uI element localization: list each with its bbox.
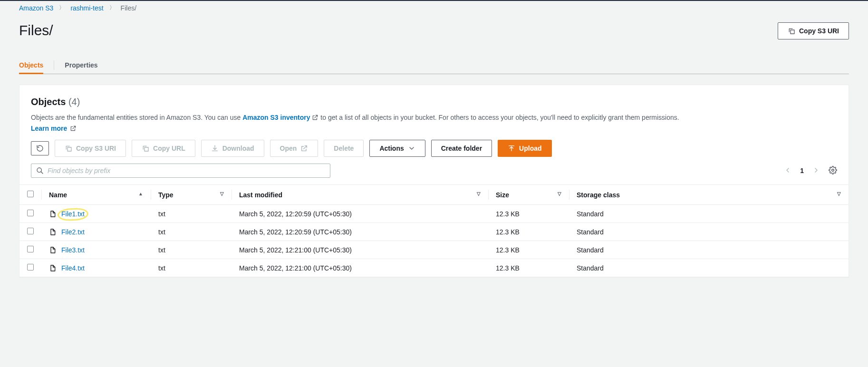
- object-name-link[interactable]: File2.txt: [61, 228, 85, 236]
- object-modified: March 5, 2022, 12:20:59 (UTC+05:30): [231, 223, 488, 241]
- table-row: File1.txttxtMarch 5, 2022, 12:20:59 (UTC…: [19, 205, 849, 223]
- create-folder-button[interactable]: Create folder: [431, 140, 492, 157]
- object-storage: Standard: [569, 205, 849, 223]
- chevron-right-icon: [812, 166, 820, 174]
- copy-s3-uri-label: Copy S3 URI: [799, 26, 839, 36]
- chevron-left-icon: [784, 166, 791, 174]
- objects-table: Name▲ Type▽ Last modified▽ Size▽ Storage…: [19, 184, 849, 277]
- external-link-icon: [312, 114, 318, 121]
- object-storage: Standard: [569, 259, 849, 277]
- sort-icon: ▽: [558, 191, 561, 196]
- object-count: (4): [68, 97, 80, 107]
- column-last-modified[interactable]: Last modified▽: [231, 185, 488, 205]
- row-checkbox[interactable]: [27, 264, 34, 270]
- search-input[interactable]: [48, 167, 325, 174]
- svg-line-4: [41, 172, 43, 174]
- table-row: File3.txttxtMarch 5, 2022, 12:21:00 (UTC…: [19, 241, 849, 259]
- svg-rect-1: [68, 147, 71, 151]
- gear-icon: [829, 166, 837, 174]
- toolbar: Copy S3 URI Copy URL Download Open Delet…: [31, 140, 837, 157]
- inventory-link[interactable]: Amazon S3 inventory: [242, 114, 318, 121]
- object-type: txt: [151, 259, 231, 277]
- search-input-wrapper[interactable]: [31, 164, 330, 178]
- chevron-right-icon: 〉: [109, 4, 115, 12]
- page-title: Files/: [19, 22, 53, 39]
- refresh-icon: [36, 145, 44, 152]
- upload-icon: [508, 145, 515, 152]
- search-icon: [36, 167, 44, 174]
- object-storage: Standard: [569, 241, 849, 259]
- actions-dropdown[interactable]: Actions: [369, 140, 425, 157]
- file-icon: [49, 264, 57, 272]
- breadcrumb-item[interactable]: rashmi-test: [70, 4, 103, 12]
- object-size: 12.3 KB: [488, 205, 569, 223]
- external-link-icon: [70, 125, 77, 132]
- sort-icon: ▽: [477, 191, 481, 196]
- prev-page-button[interactable]: [784, 166, 791, 175]
- table-row: File2.txttxtMarch 5, 2022, 12:20:59 (UTC…: [19, 223, 849, 241]
- tab-properties[interactable]: Properties: [65, 57, 97, 74]
- chevron-right-icon: 〉: [59, 4, 65, 12]
- pagination: 1: [784, 166, 837, 176]
- object-type: txt: [151, 205, 231, 223]
- refresh-button[interactable]: [31, 141, 49, 155]
- copy-s3-uri-toolbar-button[interactable]: Copy S3 URI: [55, 140, 126, 157]
- copy-icon: [65, 145, 72, 152]
- tab-objects[interactable]: Objects: [19, 57, 43, 74]
- object-size: 12.3 KB: [488, 223, 569, 241]
- learn-more-link[interactable]: Learn more: [31, 125, 77, 132]
- svg-rect-2: [145, 147, 148, 151]
- column-size[interactable]: Size▽: [488, 185, 569, 205]
- file-icon: [49, 246, 57, 254]
- panel-description: Objects are the fundamental entities sto…: [31, 112, 837, 123]
- row-checkbox[interactable]: [27, 210, 34, 216]
- page-number: 1: [800, 167, 804, 174]
- panel-heading: Objects (4): [31, 97, 837, 107]
- object-name-link[interactable]: File1.txt: [61, 210, 85, 218]
- caret-down-icon: [408, 145, 415, 152]
- breadcrumb: Amazon S3〉rashmi-test〉Files/: [19, 1, 849, 16]
- open-button[interactable]: Open: [270, 140, 318, 157]
- external-link-icon: [300, 145, 308, 152]
- sort-icon: ▽: [837, 191, 841, 196]
- file-icon: [49, 210, 57, 218]
- copy-s3-uri-button[interactable]: Copy S3 URI: [778, 22, 849, 39]
- object-type: txt: [151, 223, 231, 241]
- breadcrumb-item: Files/: [121, 4, 136, 12]
- download-icon: [211, 145, 219, 152]
- object-name-link[interactable]: File4.txt: [61, 264, 85, 272]
- sort-asc-icon: ▲: [138, 191, 143, 196]
- breadcrumb-item[interactable]: Amazon S3: [19, 4, 53, 12]
- column-storage-class[interactable]: Storage class▽: [569, 185, 849, 205]
- copy-url-button[interactable]: Copy URL: [132, 140, 195, 157]
- object-storage: Standard: [569, 223, 849, 241]
- row-checkbox[interactable]: [27, 246, 34, 252]
- next-page-button[interactable]: [812, 166, 820, 175]
- copy-icon: [788, 27, 795, 35]
- table-row: File4.txttxtMarch 5, 2022, 12:21:00 (UTC…: [19, 259, 849, 277]
- object-name-link[interactable]: File3.txt: [61, 246, 85, 254]
- object-type: txt: [151, 241, 231, 259]
- tabs: ObjectsProperties: [19, 57, 849, 74]
- select-all-checkbox[interactable]: [27, 191, 34, 197]
- sort-icon: ▽: [220, 191, 224, 196]
- delete-button[interactable]: Delete: [324, 140, 364, 157]
- column-type[interactable]: Type▽: [151, 185, 231, 205]
- download-button[interactable]: Download: [201, 140, 264, 157]
- object-size: 12.3 KB: [488, 259, 569, 277]
- svg-point-5: [832, 169, 834, 171]
- svg-rect-0: [791, 30, 794, 34]
- row-checkbox[interactable]: [27, 228, 34, 234]
- upload-button[interactable]: Upload: [498, 140, 551, 157]
- object-modified: March 5, 2022, 12:21:00 (UTC+05:30): [231, 241, 488, 259]
- copy-icon: [142, 145, 149, 152]
- objects-panel: Objects (4) Objects are the fundamental …: [19, 85, 849, 278]
- object-modified: March 5, 2022, 12:20:59 (UTC+05:30): [231, 205, 488, 223]
- file-icon: [49, 228, 57, 236]
- column-name[interactable]: Name▲: [41, 185, 151, 205]
- object-modified: March 5, 2022, 12:21:00 (UTC+05:30): [231, 259, 488, 277]
- object-size: 12.3 KB: [488, 241, 569, 259]
- settings-button[interactable]: [829, 166, 837, 176]
